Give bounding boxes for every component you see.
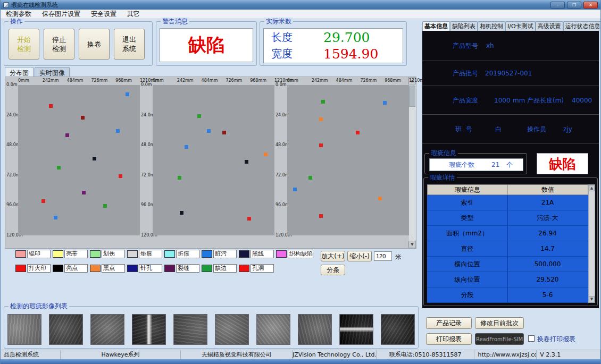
tab-defect-list[interactable]: 缺陷列表 [450, 21, 478, 31]
tab-advanced-settings[interactable]: 高级设置 [536, 21, 563, 31]
legend-color-swatch [164, 265, 175, 272]
defect-marker[interactable] [308, 176, 312, 180]
legend-label: 孔洞 [251, 264, 274, 273]
defect-thumbnail-8[interactable] [298, 314, 332, 345]
legend-label: 折痕 [176, 250, 199, 258]
defect-marker[interactable] [126, 92, 129, 96]
read-from-file-button[interactable]: ReadFromFile-SIM [475, 333, 524, 345]
tab-run-status-info[interactable]: 运行状态信息 [563, 21, 601, 31]
zoom-value-input[interactable] [374, 251, 392, 261]
defect-marker[interactable] [378, 197, 382, 200]
length-label: 长度 [271, 30, 305, 45]
defect-marker[interactable] [197, 114, 201, 118]
defect-marker[interactable] [81, 116, 85, 120]
defect-thumbnail-1[interactable] [7, 314, 41, 345]
legend-label: 打火印 [27, 264, 51, 273]
defect-marker[interactable] [65, 133, 69, 137]
legend-label: 缺边 [213, 264, 237, 273]
tab-basic-info[interactable]: 基本信息 [422, 21, 450, 31]
defect-detail-row[interactable]: 纵向位置29.520 [427, 272, 588, 287]
start-detection-button[interactable]: 开始检测 [9, 29, 39, 60]
defect-marker[interactable] [116, 129, 120, 133]
defect-marker[interactable] [82, 191, 86, 194]
product-size-row: 产品宽度 1000 mm 产品长度(m) 40000 [422, 86, 599, 115]
defect-marker[interactable] [57, 166, 61, 170]
legend-color-swatch [127, 250, 138, 258]
menu-item-3[interactable]: 安全设置 [86, 9, 122, 19]
x-ruler-label: 484mm [202, 78, 218, 83]
defect-marker[interactable] [93, 157, 96, 160]
defect-thumbnail-5[interactable] [173, 314, 207, 345]
defect-alert-text: 缺陷 [549, 155, 576, 173]
defect-map-canvas-3[interactable] [287, 85, 409, 235]
defect-thumbnail-4[interactable] [132, 314, 166, 345]
defect-marker[interactable] [180, 211, 183, 215]
defect-marker[interactable] [383, 101, 387, 105]
defect-detail-row[interactable]: 分段5-6 [427, 287, 588, 303]
defect-marker[interactable] [247, 217, 251, 221]
change-roll-button[interactable]: 换卷 [79, 29, 110, 60]
scrollbar-thumb[interactable] [409, 86, 415, 107]
defect-marker[interactable] [49, 104, 53, 108]
defect-marker[interactable] [293, 188, 297, 191]
defect-marker[interactable] [245, 160, 248, 164]
tab-distribution-map[interactable]: 分布图 [5, 67, 34, 77]
defect-marker[interactable] [319, 143, 323, 147]
menu-item-4[interactable]: 其它 [122, 9, 145, 19]
tab-io-card-test[interactable]: I/O卡测试 [505, 21, 536, 31]
defect-detail-row[interactable]: 面积（mm2）26.94 [427, 226, 588, 241]
close-button[interactable]: ✕ [583, 2, 598, 9]
maximize-button[interactable]: ❐ [567, 2, 581, 9]
defect-detail-row[interactable]: 直径14.7 [427, 241, 588, 257]
stop-detection-button[interactable]: 停止检测 [44, 29, 74, 60]
meters-group-label: 实际米数 [264, 18, 293, 25]
print-on-roll-change-checkbox[interactable] [528, 335, 535, 342]
defect-marker[interactable] [222, 131, 226, 134]
exit-system-button[interactable]: 退出系统 [114, 29, 145, 60]
table-vertical-scrollbar[interactable]: ▲ ▼ [588, 184, 595, 303]
split-strips-button[interactable]: 分条 [321, 265, 345, 275]
defect-map-canvas-2[interactable] [153, 85, 274, 235]
defect-marker[interactable] [207, 129, 211, 133]
defect-thumbnail-3[interactable] [90, 314, 124, 345]
plot-vertical-scrollbar[interactable]: ▲ ▼ [408, 77, 416, 248]
legend-label: 垫痕 [139, 250, 162, 258]
print-report-button[interactable]: 打印报表 [426, 333, 472, 345]
defect-detail-row[interactable]: 类型污渍-大 [427, 210, 588, 226]
defect-detail-row[interactable]: 横向位置500.000 [427, 257, 588, 272]
defect-marker[interactable] [185, 145, 188, 149]
tab-realtime-image[interactable]: 实时图像 [35, 67, 70, 77]
defect-thumbnail-10[interactable] [381, 314, 415, 345]
defect-marker[interactable] [264, 153, 268, 156]
shift-value: 白 [495, 124, 502, 133]
scroll-down-icon[interactable]: ▼ [408, 241, 416, 248]
x-ruler-label: 242mm [312, 78, 328, 83]
defect-thumbnail-6[interactable] [215, 314, 249, 345]
defect-marker[interactable] [319, 214, 323, 218]
defect-thumbnail-9[interactable] [339, 314, 373, 345]
defect-marker[interactable] [41, 199, 45, 203]
defect-marker[interactable] [54, 216, 57, 219]
defect-marker[interactable] [356, 131, 360, 134]
zoom-in-button[interactable]: 放大(+) [321, 251, 345, 261]
zoom-out-button[interactable]: 缩小(-) [347, 251, 372, 261]
column-header-value[interactable]: 数值 [508, 185, 588, 194]
minimize-button[interactable]: – [550, 2, 565, 9]
defect-thumbnail-2[interactable] [49, 314, 83, 345]
table-scroll-down-icon[interactable]: ▼ [589, 296, 595, 302]
tab-camera-control[interactable]: 相机控制 [478, 21, 505, 31]
modify-batch-button[interactable]: 修改目前批次 [475, 317, 524, 329]
product-record-button[interactable]: 产品记录 [426, 317, 472, 329]
defect-marker[interactable] [321, 100, 325, 104]
menu-item-2[interactable]: 保存图片设置 [37, 9, 86, 19]
defect-detail-row[interactable]: 索引21A [427, 195, 588, 210]
defect-marker[interactable] [103, 204, 107, 208]
defect-thumbnail-7[interactable] [256, 314, 290, 345]
defect-map-canvas-1[interactable] [18, 85, 140, 235]
defect-marker[interactable] [319, 117, 323, 121]
defect-marker[interactable] [119, 174, 122, 178]
column-header-field[interactable]: 瑕疵信息 [428, 185, 508, 194]
defect-field-name: 纵向位置 [427, 272, 508, 287]
table-scroll-up-icon[interactable]: ▲ [589, 185, 595, 191]
defect-marker[interactable] [178, 176, 181, 180]
